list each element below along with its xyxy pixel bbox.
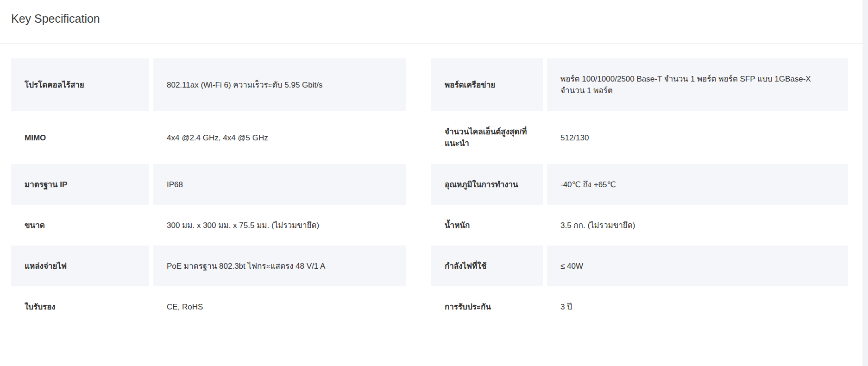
section-header: Key Specification: [0, 0, 868, 25]
page-title: Key Specification: [11, 12, 857, 25]
spec-label: การรับประกัน: [431, 286, 543, 327]
spec-value: ≤ 40W: [547, 246, 848, 286]
spec-row-wireless-protocol: โปรโตคอลไร้สาย 802.11ax (Wi-Fi 6) ความเร…: [11, 58, 848, 111]
spec-row-mimo: MIMO 4x4 @2.4 GHz, 4x4 @5 GHz จำนวนไคลเอ…: [11, 111, 848, 164]
spec-label: จำนวนไคลเอ็นต์สูงสุด/ที่แนะนำ: [431, 111, 543, 164]
spec-label: กำลังไฟที่ใช้: [431, 246, 543, 286]
spec-value: พอร์ต 100/1000/2500 Base-T จำนวน 1 พอร์ต…: [547, 58, 848, 111]
header-divider: [0, 43, 868, 44]
spec-label: อุณหภูมิในการทำงาน: [431, 164, 543, 205]
spec-row-power-supply: แหล่งจ่ายไฟ PoE มาตรฐาน 802.3bt ไฟกระแสต…: [11, 246, 848, 286]
spec-row-certification: ใบรับรอง CE, RoHS การรับประกัน 3 ปี: [11, 286, 848, 327]
spec-label: MIMO: [11, 111, 149, 164]
spec-value: IP68: [153, 164, 406, 205]
spec-value: PoE มาตรฐาน 802.3bt ไฟกระแสตรง 48 V/1 A: [153, 246, 406, 286]
spec-label: ใบรับรอง: [11, 286, 149, 327]
spec-value: 3.5 กก. (ไม่รวมขายึด): [547, 205, 848, 246]
spec-value: 4x4 @2.4 GHz, 4x4 @5 GHz: [153, 111, 406, 164]
spec-label: พอร์ตเครือข่าย: [431, 58, 543, 111]
spec-value: 3 ปี: [547, 286, 848, 327]
spec-label: แหล่งจ่ายไฟ: [11, 246, 149, 286]
spec-label: ขนาด: [11, 205, 149, 246]
spec-value: 512/130: [547, 111, 848, 164]
spec-value: 802.11ax (Wi-Fi 6) ความเร็วระดับ 5.95 Gb…: [153, 58, 406, 111]
spec-label: มาตรฐาน IP: [11, 164, 149, 205]
vertical-scrollbar-track[interactable]: [862, 0, 868, 366]
spec-value: CE, RoHS: [153, 286, 406, 327]
spec-table: โปรโตคอลไร้สาย 802.11ax (Wi-Fi 6) ความเร…: [11, 58, 848, 327]
spec-row-dimensions: ขนาด 300 มม. x 300 มม. x 75.5 มม. (ไม่รว…: [11, 205, 848, 246]
spec-label: น้ำหนัก: [431, 205, 543, 246]
spec-value: -40℃ ถึง +65℃: [547, 164, 848, 205]
spec-value: 300 มม. x 300 มม. x 75.5 มม. (ไม่รวมขายึ…: [153, 205, 406, 246]
key-specification-page: Key Specification โปรโตคอลไร้สาย 802.11a…: [0, 0, 868, 366]
spec-label: โปรโตคอลไร้สาย: [11, 58, 149, 111]
spec-row-ip-rating: มาตรฐาน IP IP68 อุณหภูมิในการทำงาน -40℃ …: [11, 164, 848, 205]
